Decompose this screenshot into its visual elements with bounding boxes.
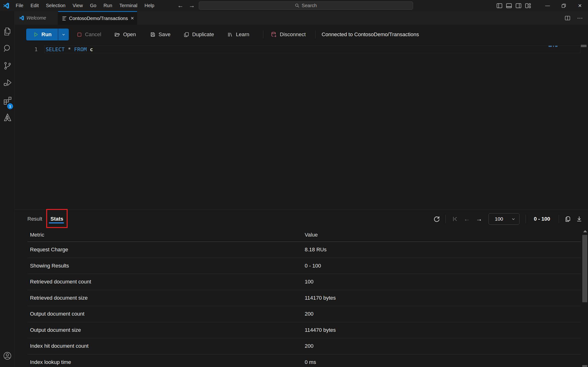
col-value: Value xyxy=(305,232,318,238)
pager-separator xyxy=(445,215,446,223)
pager-separator-3 xyxy=(559,215,559,223)
search-sidebar-icon[interactable] xyxy=(3,44,12,53)
query-editor-icon xyxy=(62,17,67,20)
tab-close-icon[interactable]: ✕ xyxy=(130,16,134,21)
more-actions-icon[interactable]: ⋯ xyxy=(577,15,583,21)
open-button[interactable]: Open xyxy=(115,31,136,38)
value-cell: 8.18 RUs xyxy=(305,247,327,253)
line-number: 1 xyxy=(15,46,38,52)
command-center-search[interactable]: Search xyxy=(199,1,413,10)
run-options-caret[interactable] xyxy=(58,29,69,41)
history-nav: ← → xyxy=(177,0,195,11)
duplicate-button[interactable]: Duplicate xyxy=(184,31,214,38)
table-row: Showing Results 0 - 100 xyxy=(27,258,581,274)
run-split-button: Run xyxy=(26,29,69,41)
disconnect-button[interactable]: Disconnect xyxy=(271,31,306,38)
table-row: Output document count 200 xyxy=(27,306,581,322)
editor-group-actions: ⋯ xyxy=(565,11,588,25)
toggle-secondary-sidebar-icon[interactable] xyxy=(514,0,523,11)
play-icon xyxy=(33,32,39,37)
value-cell: 0 ms xyxy=(305,359,316,365)
learn-button[interactable]: Learn xyxy=(227,31,249,38)
query-editor[interactable]: 1 SELECT * FROM c xyxy=(15,44,588,210)
prev-page-icon: ← xyxy=(464,216,470,222)
page-size-select[interactable]: 100 xyxy=(488,213,520,225)
menu-run[interactable]: Run xyxy=(100,0,116,11)
menu-edit[interactable]: Edit xyxy=(27,0,42,11)
duplicate-icon xyxy=(184,32,189,37)
connection-status: Connected to ContosoDemo/Transactions xyxy=(322,31,419,38)
metric-cell: Request Charge xyxy=(27,247,68,253)
first-page-icon xyxy=(452,216,458,222)
metric-cell: Retrieved document size xyxy=(27,295,88,301)
copy-results-icon[interactable] xyxy=(565,216,571,222)
cancel-button: Cancel xyxy=(77,31,101,38)
value-cell: 114470 bytes xyxy=(305,327,336,333)
download-results-icon[interactable] xyxy=(576,216,582,222)
toolbar-separator xyxy=(263,31,263,39)
metric-cell: Index hit document count xyxy=(27,343,89,349)
minimap xyxy=(548,46,557,47)
editor-scrollbar-thumb[interactable] xyxy=(581,45,587,47)
tab-query-editor[interactable]: ContosoDemo/Transactions ✕ xyxy=(58,11,137,25)
split-editor-icon[interactable] xyxy=(565,15,570,21)
source-control-icon[interactable] xyxy=(3,61,12,70)
next-page-icon[interactable]: → xyxy=(476,216,482,222)
run-debug-icon[interactable] xyxy=(3,78,12,87)
menu-file[interactable]: File xyxy=(12,0,27,11)
toolbar-separator-2 xyxy=(315,31,315,39)
tab-result[interactable]: Result xyxy=(27,210,42,228)
minimize-button[interactable]: — xyxy=(539,0,556,11)
metric-cell: Index lookup time xyxy=(27,359,71,365)
back-arrow-icon[interactable]: ← xyxy=(177,2,184,9)
pagination-controls: ← → 100 0 - 100 xyxy=(433,210,582,228)
metric-cell: Output document count xyxy=(27,311,84,317)
run-button[interactable]: Run xyxy=(26,29,58,41)
results-scrollbar[interactable] xyxy=(582,229,588,367)
query-toolbar: Run Cancel Open Save xyxy=(15,25,588,44)
stats-table-header: Metric Value xyxy=(27,228,581,242)
search-icon xyxy=(295,3,300,8)
result-range-label: 0 - 100 xyxy=(534,216,550,222)
close-window-button[interactable]: ✕ xyxy=(572,0,588,11)
metric-cell: Output document size xyxy=(27,327,81,333)
menu-selection[interactable]: Selection xyxy=(42,0,69,11)
scrollbar-up-arrow-icon[interactable] xyxy=(583,230,587,232)
activity-bar: 1 ⚙ xyxy=(0,11,15,367)
window-controls: — ✕ xyxy=(495,0,588,11)
toggle-primary-sidebar-icon[interactable] xyxy=(495,0,504,11)
menu-go[interactable]: Go xyxy=(86,0,100,11)
restore-button[interactable] xyxy=(556,0,572,11)
customize-layout-icon[interactable] xyxy=(523,0,533,11)
value-cell: 0 - 100 xyxy=(305,263,321,269)
explorer-icon[interactable] xyxy=(3,27,12,36)
menu-terminal[interactable]: Terminal xyxy=(116,0,141,11)
title-bar: File Edit Selection View Go Run Terminal… xyxy=(0,0,588,11)
value-cell: 100 xyxy=(305,279,313,285)
table-row: Output document size 114470 bytes xyxy=(27,322,581,338)
forward-arrow-icon[interactable]: → xyxy=(189,2,195,9)
learn-library-icon xyxy=(227,32,233,37)
scrollbar-thumb[interactable] xyxy=(582,235,587,302)
account-icon[interactable] xyxy=(3,351,12,360)
tab-welcome-label: Welcome xyxy=(26,15,46,21)
menu-bar: File Edit Selection View Go Run Terminal… xyxy=(12,0,158,11)
toggle-panel-icon[interactable] xyxy=(504,0,514,11)
metric-cell: Retrieved document count xyxy=(27,279,91,285)
menu-view[interactable]: View xyxy=(69,0,86,11)
sql-keyword: SELECT xyxy=(46,46,68,52)
sql-alias: c xyxy=(90,46,93,52)
tab-welcome[interactable]: Welcome xyxy=(15,11,58,25)
table-row: Index lookup time 0 ms xyxy=(27,354,581,367)
table-row: Request Charge 8.18 RUs xyxy=(27,242,581,258)
refresh-icon[interactable] xyxy=(433,215,440,223)
value-cell: 200 xyxy=(305,311,313,317)
save-button[interactable]: Save xyxy=(150,31,170,38)
menu-help[interactable]: Help xyxy=(141,0,158,11)
query-text[interactable]: SELECT * FROM c xyxy=(46,46,93,52)
pager-separator-2 xyxy=(526,215,526,223)
azure-icon[interactable] xyxy=(3,113,12,122)
annotation-highlight-box xyxy=(46,209,67,228)
cancel-square-icon xyxy=(77,32,82,37)
vscode-window: File Edit Selection View Go Run Terminal… xyxy=(0,0,588,367)
